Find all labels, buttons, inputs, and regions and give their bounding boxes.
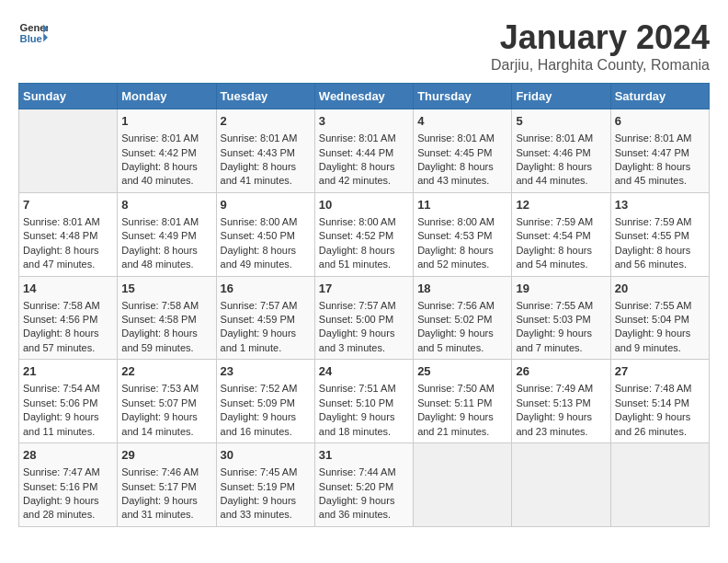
daylight-text: Daylight: 8 hours and 54 minutes. (516, 245, 592, 270)
calendar-cell: 3Sunrise: 8:01 AMSunset: 4:44 PMDaylight… (314, 109, 413, 193)
sunset-text: Sunset: 5:16 PM (23, 481, 97, 492)
calendar-cell: 16Sunrise: 7:57 AMSunset: 4:59 PMDayligh… (216, 276, 314, 360)
calendar-cell: 23Sunrise: 7:52 AMSunset: 5:09 PMDayligh… (216, 360, 314, 443)
sunset-text: Sunset: 5:00 PM (319, 314, 393, 325)
daylight-text: Daylight: 8 hours and 56 minutes. (615, 245, 691, 270)
day-number: 19 (516, 281, 606, 297)
sunset-text: Sunset: 5:07 PM (121, 397, 196, 408)
calendar-cell: 7Sunrise: 8:01 AMSunset: 4:48 PMDaylight… (19, 192, 118, 276)
day-number: 10 (319, 197, 409, 213)
sunset-text: Sunset: 4:55 PM (615, 230, 689, 241)
day-number: 18 (417, 281, 507, 297)
calendar-cell: 11Sunrise: 8:00 AMSunset: 4:53 PMDayligh… (414, 192, 512, 276)
calendar-cell: 12Sunrise: 7:59 AMSunset: 4:54 PMDayligh… (512, 192, 610, 276)
calendar-cell: 6Sunrise: 8:01 AMSunset: 4:47 PMDaylight… (610, 109, 709, 193)
logo: General Blue (18, 18, 48, 48)
sunset-text: Sunset: 4:52 PM (319, 230, 393, 241)
day-header-friday: Friday (512, 84, 610, 109)
sunset-text: Sunset: 4:45 PM (417, 147, 492, 158)
sunset-text: Sunset: 5:11 PM (417, 397, 492, 408)
calendar-cell: 8Sunrise: 8:01 AMSunset: 4:49 PMDaylight… (118, 192, 216, 276)
sunrise-text: Sunrise: 7:51 AM (319, 383, 396, 394)
sunrise-text: Sunrise: 7:48 AM (615, 383, 692, 394)
sunrise-text: Sunrise: 7:46 AM (121, 466, 199, 477)
main-title: January 2024 (491, 18, 710, 57)
sunset-text: Sunset: 4:42 PM (121, 147, 196, 158)
sunrise-text: Sunrise: 8:01 AM (121, 132, 199, 144)
daylight-text: Daylight: 8 hours and 47 minutes. (23, 245, 99, 270)
day-number: 21 (23, 363, 113, 380)
sunrise-text: Sunrise: 7:50 AM (417, 383, 495, 394)
daylight-text: Daylight: 9 hours and 11 minutes. (23, 411, 99, 436)
sunset-text: Sunset: 4:54 PM (516, 230, 590, 241)
day-number: 15 (121, 281, 211, 297)
sunset-text: Sunset: 5:17 PM (121, 481, 196, 492)
daylight-text: Daylight: 9 hours and 1 minute. (221, 327, 297, 352)
title-area: January 2024 Darjiu, Harghita County, Ro… (491, 18, 710, 74)
calendar-cell: 5Sunrise: 8:01 AMSunset: 4:46 PMDaylight… (512, 109, 610, 193)
sunrise-text: Sunrise: 8:01 AM (516, 132, 593, 144)
sunset-text: Sunset: 5:19 PM (221, 481, 295, 492)
calendar-table: SundayMondayTuesdayWednesdayThursdayFrid… (18, 83, 710, 527)
daylight-text: Daylight: 9 hours and 26 minutes. (615, 411, 691, 436)
day-header-monday: Monday (118, 84, 216, 109)
calendar-cell: 15Sunrise: 7:58 AMSunset: 4:58 PMDayligh… (118, 276, 216, 360)
daylight-text: Daylight: 9 hours and 16 minutes. (221, 411, 297, 436)
daylight-text: Daylight: 8 hours and 49 minutes. (221, 245, 297, 270)
daylight-text: Daylight: 9 hours and 28 minutes. (23, 495, 99, 520)
sunset-text: Sunset: 5:14 PM (615, 397, 689, 408)
day-number: 28 (23, 447, 113, 464)
sunrise-text: Sunrise: 8:01 AM (121, 216, 199, 227)
day-number: 31 (319, 447, 409, 464)
daylight-text: Daylight: 8 hours and 52 minutes. (417, 245, 494, 270)
day-header-wednesday: Wednesday (314, 84, 413, 109)
sunset-text: Sunset: 5:13 PM (516, 397, 590, 408)
day-number: 6 (615, 113, 705, 130)
day-number: 11 (417, 197, 507, 213)
day-number: 5 (516, 113, 606, 130)
page-header: General Blue January 2024 Darjiu, Harghi… (18, 18, 710, 74)
sunset-text: Sunset: 4:58 PM (121, 314, 196, 325)
sunset-text: Sunset: 5:06 PM (23, 397, 97, 408)
daylight-text: Daylight: 9 hours and 21 minutes. (417, 411, 494, 436)
sunset-text: Sunset: 4:59 PM (221, 314, 295, 325)
daylight-text: Daylight: 8 hours and 57 minutes. (23, 327, 99, 352)
day-number: 17 (319, 281, 409, 297)
sunset-text: Sunset: 4:44 PM (319, 147, 393, 158)
sunset-text: Sunset: 5:10 PM (319, 397, 393, 408)
calendar-cell: 30Sunrise: 7:45 AMSunset: 5:19 PMDayligh… (216, 443, 314, 527)
calendar-cell: 18Sunrise: 7:56 AMSunset: 5:02 PMDayligh… (414, 276, 512, 360)
day-header-sunday: Sunday (19, 84, 118, 109)
calendar-cell: 31Sunrise: 7:44 AMSunset: 5:20 PMDayligh… (314, 443, 413, 527)
sunset-text: Sunset: 4:46 PM (516, 147, 590, 158)
calendar-cell: 4Sunrise: 8:01 AMSunset: 4:45 PMDaylight… (414, 109, 512, 193)
calendar-cell: 20Sunrise: 7:55 AMSunset: 5:04 PMDayligh… (610, 276, 709, 360)
daylight-text: Daylight: 9 hours and 5 minutes. (417, 327, 494, 352)
sunset-text: Sunset: 4:48 PM (23, 230, 97, 241)
sunset-text: Sunset: 5:04 PM (615, 314, 689, 325)
sunrise-text: Sunrise: 8:01 AM (615, 132, 692, 144)
sunrise-text: Sunrise: 8:00 AM (417, 216, 495, 227)
calendar-cell: 25Sunrise: 7:50 AMSunset: 5:11 PMDayligh… (414, 360, 512, 443)
calendar-cell: 27Sunrise: 7:48 AMSunset: 5:14 PMDayligh… (610, 360, 709, 443)
day-number: 13 (615, 197, 705, 213)
daylight-text: Daylight: 9 hours and 36 minutes. (319, 495, 395, 520)
daylight-text: Daylight: 8 hours and 40 minutes. (121, 161, 198, 186)
calendar-cell (19, 109, 118, 193)
calendar-cell (610, 443, 709, 527)
day-header-tuesday: Tuesday (216, 84, 314, 109)
day-number: 25 (417, 363, 507, 380)
calendar-cell: 19Sunrise: 7:55 AMSunset: 5:03 PMDayligh… (512, 276, 610, 360)
daylight-text: Daylight: 9 hours and 14 minutes. (121, 411, 198, 436)
day-number: 1 (121, 113, 211, 130)
svg-text:Blue: Blue (20, 33, 42, 44)
sunrise-text: Sunrise: 7:55 AM (516, 300, 593, 311)
day-number: 3 (319, 113, 409, 130)
daylight-text: Daylight: 8 hours and 48 minutes. (121, 245, 198, 270)
daylight-text: Daylight: 9 hours and 31 minutes. (121, 495, 198, 520)
sunrise-text: Sunrise: 7:56 AM (417, 300, 495, 311)
daylight-text: Daylight: 8 hours and 44 minutes. (516, 161, 592, 186)
sunrise-text: Sunrise: 7:44 AM (319, 466, 396, 477)
sunset-text: Sunset: 4:53 PM (417, 230, 492, 241)
day-number: 12 (516, 197, 606, 213)
